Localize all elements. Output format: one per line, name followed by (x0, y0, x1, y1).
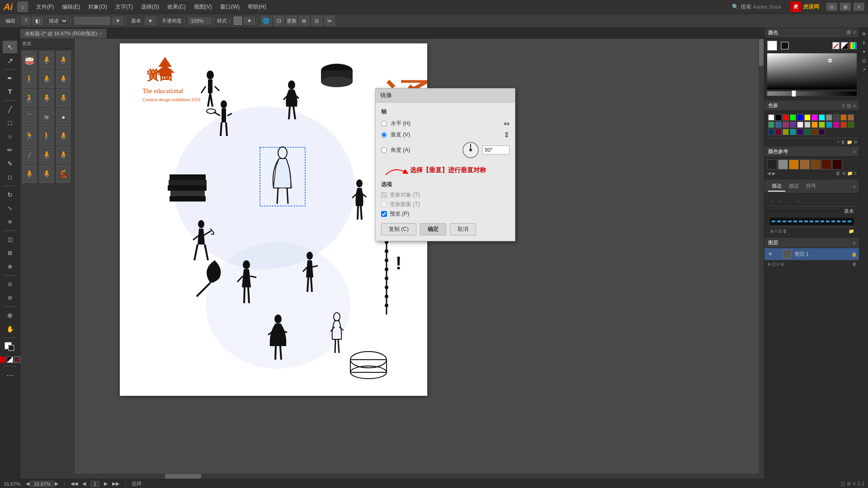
zoom-tool[interactable]: ⊕ (3, 309, 17, 322)
guide-swatch-6[interactable] (821, 160, 831, 169)
stroke-down[interactable]: ▼ (112, 17, 123, 25)
ellipse-tool[interactable]: ○ (3, 130, 17, 143)
vertical-label[interactable]: 垂直 (V) (391, 131, 410, 139)
swatch-color-27[interactable] (790, 129, 796, 135)
stroke-align-btn[interactable]: ◧ (32, 17, 43, 25)
page-number[interactable]: 1 (90, 481, 99, 487)
brush-tool-3[interactable]: ⊟ (778, 229, 782, 234)
brush-dot-4[interactable] (791, 201, 792, 202)
asset-item-figure12[interactable]: 🧍 (39, 146, 54, 164)
pen-tool[interactable]: ✒ (3, 72, 17, 84)
swatch-color-13[interactable] (775, 122, 782, 128)
swatch-color-7[interactable] (819, 114, 825, 121)
color-panel-menu[interactable]: ≡ (853, 29, 856, 36)
swatch-color-12[interactable] (768, 122, 774, 128)
menu-file[interactable]: 文件(F) (33, 2, 57, 12)
menu-text[interactable]: 文字(T) (112, 2, 137, 12)
guide-swatch-1[interactable] (767, 160, 777, 169)
status-icon-2[interactable]: ⊕ (847, 481, 851, 487)
rect-tool[interactable]: □ (3, 117, 17, 129)
menu-window[interactable]: 窗口(W) (217, 2, 243, 12)
swatch-color-10[interactable] (840, 114, 847, 121)
none-fill-icon[interactable] (832, 42, 840, 49)
gradient-tool[interactable]: ◫ (3, 233, 17, 246)
style-swatch[interactable] (234, 17, 242, 25)
horizontal-label[interactable]: 水平 (H) (391, 120, 410, 127)
brush-dot-3[interactable] (785, 200, 787, 202)
tab-stroke[interactable]: 描边 (785, 181, 802, 192)
zoom-value-input[interactable]: 16.67% (30, 481, 54, 487)
color-icon[interactable] (0, 357, 6, 363)
transform-patterns-cb[interactable] (381, 202, 387, 207)
menu-select[interactable]: 选择(S) (137, 2, 163, 12)
none-icon[interactable] (14, 357, 20, 363)
menu-edit[interactable]: 编辑(E) (58, 2, 84, 12)
swatch-color-14[interactable] (783, 122, 789, 128)
rotate-tool[interactable]: ↻ (3, 188, 17, 201)
asset-item-tool1[interactable]: ⌒ (22, 108, 37, 126)
menu-icon[interactable]: ≡ (854, 3, 864, 11)
search-area[interactable]: 🔍 搜索 Adobe Stock (732, 3, 781, 11)
swatch-grid-view[interactable]: ⊞ (847, 103, 851, 109)
layer-1-lock[interactable]: 🔒 (851, 252, 857, 257)
globe-icon[interactable]: 🌐 (261, 16, 272, 26)
direct-select-tool[interactable]: ↗ (3, 54, 17, 67)
page-next-btn[interactable]: ▶ (104, 481, 108, 487)
scrollbar-thumb-v[interactable] (759, 39, 764, 66)
asset-item-stroke[interactable]: ╱ (22, 146, 37, 164)
type-tool[interactable]: T (3, 85, 17, 98)
zoom-down-btn[interactable]: ◀ (26, 481, 29, 487)
asset-item-figure8[interactable]: 🧍 (56, 89, 71, 107)
rainbow-icon[interactable] (849, 42, 857, 49)
fill-stroke-swatches[interactable] (3, 341, 17, 354)
swatch-color-18[interactable] (811, 122, 818, 128)
brush-tool-5[interactable]: 📁 (849, 229, 854, 234)
warp-tool[interactable]: ≋ (3, 216, 17, 228)
page-back-btn[interactable]: ◀ (82, 481, 86, 487)
horizontal-radio[interactable] (381, 121, 387, 127)
swatch-color-4[interactable] (797, 114, 803, 121)
pencil-tool[interactable]: ✎ (3, 157, 17, 170)
dialog-title-bar[interactable]: 镜像 (376, 89, 515, 103)
tab-symbol[interactable]: 符号 (802, 181, 820, 192)
swatch-color-11[interactable] (848, 114, 854, 121)
tab-brush[interactable]: 描边 (768, 181, 785, 192)
guide-right-icon[interactable]: ▶ (772, 171, 776, 176)
layers-tool-1[interactable]: ⊕ (767, 262, 771, 267)
line-tool[interactable]: ╱ (3, 103, 17, 116)
brush-tool[interactable]: ✏ (3, 144, 17, 156)
layers-tool-4[interactable]: ⊟ (780, 262, 784, 267)
properties-icon[interactable]: ⊕ (860, 30, 868, 37)
brush-dot-2[interactable] (777, 199, 782, 203)
color-spectrum[interactable] (767, 53, 857, 89)
swatch-color-0[interactable] (768, 114, 774, 121)
asset-item-figure15[interactable]: 🧍 (39, 165, 54, 183)
swatch-delete-icon[interactable]: 🗑 (841, 140, 845, 145)
layout-icon[interactable]: ⊞ (840, 3, 851, 11)
zoom-up-btn[interactable]: ▶ (55, 481, 58, 487)
swatch-color-6[interactable] (811, 114, 818, 121)
brush-tool-1[interactable]: ⊕ (770, 229, 774, 234)
asset-item-figure16[interactable]: 💃 (56, 165, 71, 183)
asset-item-figure1[interactable]: 🧍 (39, 51, 54, 69)
swatch-color-22[interactable] (840, 122, 847, 128)
swatch-color-20[interactable] (826, 122, 832, 128)
basic-dropdown[interactable]: ▼ (145, 17, 156, 25)
eraser-tool[interactable]: ◻ (3, 171, 17, 183)
swatch-color-29[interactable] (804, 129, 811, 135)
swatch-color-3[interactable] (790, 114, 796, 121)
swatch-color-19[interactable] (819, 122, 825, 128)
blend-tool[interactable]: ⊗ (3, 260, 17, 273)
hue-slider[interactable] (767, 91, 857, 96)
page-end-btn[interactable]: ▶▶ (112, 481, 119, 487)
swatch-color-25[interactable] (775, 129, 782, 135)
measure-tool[interactable]: ⊘ (3, 291, 17, 304)
layers-tool-3[interactable]: ≡ (777, 262, 779, 267)
scale-tool[interactable]: ⤡ (3, 202, 17, 215)
guide-swatch-7[interactable] (832, 160, 842, 169)
stroke-color-box[interactable] (781, 42, 789, 50)
brush-tool-2[interactable]: ≡ (774, 229, 777, 234)
asset-item-figure4[interactable]: 🧍 (39, 70, 54, 88)
guide-folder-icon[interactable]: 📁 (847, 171, 853, 176)
swatch-option-icon[interactable]: ⚙ (854, 140, 858, 145)
